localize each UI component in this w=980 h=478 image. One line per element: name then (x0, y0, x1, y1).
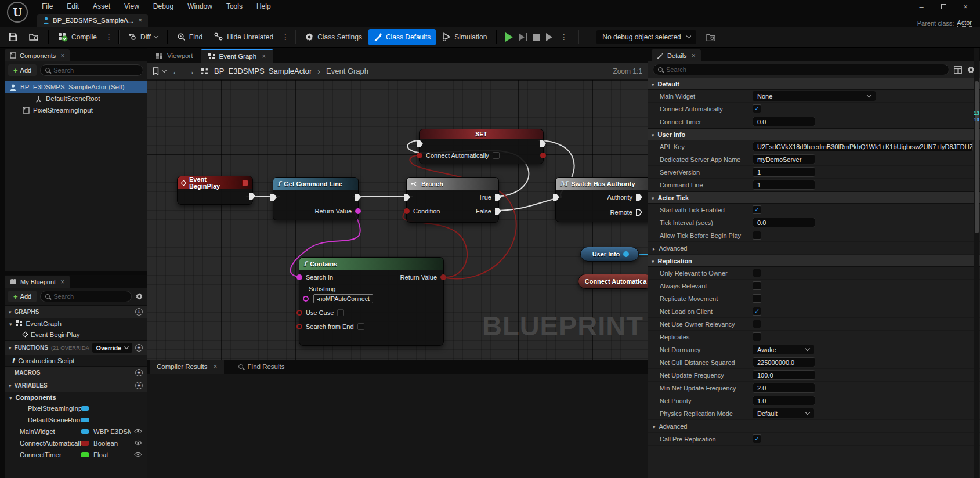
details-search-input[interactable]: Search (653, 64, 949, 75)
remote-exec-pin[interactable] (636, 209, 642, 216)
menu-debug[interactable]: Debug (147, 1, 179, 12)
property-dropdown[interactable]: Default (753, 408, 814, 418)
event-graph-canvas[interactable]: BLUEPRINT Event BeginPlay (147, 80, 648, 360)
property-checkbox[interactable] (753, 294, 761, 303)
bool-out-pin[interactable] (540, 153, 546, 158)
condition-pin[interactable] (404, 208, 410, 214)
debug-browse-button[interactable] (701, 29, 721, 45)
menu-tools[interactable]: Tools (220, 1, 248, 12)
skip-button[interactable] (546, 33, 552, 41)
close-icon[interactable]: × (60, 278, 64, 286)
construction-script-item[interactable]: f Construction Script (5, 355, 147, 366)
property-checkbox[interactable]: ✓ (753, 104, 761, 113)
exec-in-pin[interactable] (404, 194, 410, 201)
add-graph-icon[interactable]: + (135, 308, 143, 316)
class-defaults-button[interactable]: Class Defaults (368, 29, 436, 45)
event-beginplay-item[interactable]: Event BeginPlay (5, 329, 147, 340)
functions-section-header[interactable]: FUNCTIONS (21 OVERRIDABL Override + (5, 340, 147, 355)
details-section-header[interactable]: Default (648, 78, 980, 90)
use-case-pin[interactable] (296, 310, 302, 316)
variable-type-pill[interactable] (81, 406, 89, 411)
close-window-button[interactable]: × (957, 1, 974, 12)
compile-options-kebab-icon[interactable]: ⋮ (103, 32, 114, 41)
debug-object-dropdown[interactable]: No debug object selected (596, 30, 696, 44)
search-from-end-pin[interactable] (296, 324, 302, 329)
forward-arrow-icon[interactable]: → (186, 66, 195, 76)
browse-content-button[interactable] (24, 29, 44, 45)
variable-row[interactable]: DefaultSceneRoot (5, 414, 147, 426)
variable-row[interactable]: MainWidgetWBP E3DSM (5, 426, 147, 437)
hide-unrelated-button[interactable]: Hide Unrelated (209, 29, 279, 45)
add-macro-icon[interactable]: + (135, 369, 143, 376)
class-settings-button[interactable]: Class Settings (299, 29, 367, 45)
property-input[interactable]: 1 (753, 167, 815, 177)
search-in-pin[interactable] (296, 274, 302, 280)
node-switch-has-authority[interactable]: M Switch Has Authority Authority Remote (555, 177, 648, 222)
menu-edit[interactable]: Edit (61, 1, 85, 12)
stop-icon[interactable] (533, 34, 540, 41)
tab-viewport[interactable]: Viewport (149, 49, 200, 63)
property-checkbox[interactable] (753, 231, 761, 240)
variable-type-pill[interactable] (81, 418, 89, 422)
menu-view[interactable]: View (118, 1, 145, 12)
tree-row[interactable]: DefaultSceneRoot (5, 93, 147, 104)
close-icon[interactable]: × (60, 52, 64, 60)
variable-type-pill[interactable] (81, 441, 89, 446)
scrollbar-thumb[interactable] (975, 81, 979, 233)
bool-value-checkbox[interactable] (493, 152, 500, 159)
my-blueprint-search-input[interactable]: Search (40, 291, 132, 302)
authority-exec-pin[interactable] (636, 194, 642, 201)
substring-pin[interactable] (303, 296, 309, 302)
macros-section-header[interactable]: MACROS + (5, 366, 147, 379)
close-icon[interactable]: × (138, 16, 142, 24)
variable-type-pill[interactable] (81, 452, 89, 457)
details-subheader-row[interactable]: Advanced (648, 242, 980, 255)
hide-unrelated-kebab-icon[interactable]: ⋮ (280, 32, 291, 41)
return-bool-pin[interactable] (440, 274, 446, 280)
details-section-header[interactable]: Actor Tick (648, 191, 980, 204)
menu-window[interactable]: Window (182, 1, 218, 12)
property-input[interactable]: myDemoServer (753, 154, 815, 164)
tree-row[interactable]: BP_E3DSMPS_SampleActor (Self) (5, 81, 147, 93)
chevron-down-icon[interactable] (162, 68, 167, 73)
substring-input[interactable]: -noMPAutoConnect (313, 294, 373, 303)
play-options-kebab-icon[interactable]: ⋮ (558, 32, 569, 41)
property-input[interactable]: 225000000.0 (753, 357, 815, 367)
tab-details[interactable]: Details × (652, 49, 701, 61)
parent-class-link[interactable]: Actor (957, 19, 972, 27)
search-from-end-checkbox[interactable] (357, 323, 364, 330)
property-checkbox[interactable] (753, 269, 761, 277)
bool-in-pin[interactable] (417, 153, 422, 158)
close-icon[interactable]: × (262, 52, 266, 60)
tab-find-results[interactable]: Find Results (232, 360, 291, 374)
override-dropdown[interactable]: Override (92, 343, 132, 353)
node-branch[interactable]: Branch True Condition False (406, 177, 499, 223)
exec-in-pin[interactable] (553, 194, 559, 201)
tab-event-graph[interactable]: Event Graph × (201, 49, 273, 63)
visibility-eye-icon[interactable] (134, 428, 142, 435)
save-button[interactable] (3, 29, 23, 45)
variable-row[interactable]: PixelStreamingInput (5, 403, 147, 414)
details-subheader-row[interactable]: Advanced (648, 420, 980, 433)
property-input[interactable]: 1 (753, 180, 815, 190)
simulation-button[interactable]: Simulation (437, 29, 492, 45)
graphs-section-header[interactable]: GRAPHS + (5, 305, 147, 318)
details-section-header[interactable]: User Info (648, 128, 980, 140)
components-search-input[interactable]: Search (40, 64, 143, 76)
maximize-button[interactable] (935, 1, 952, 12)
tab-compiler-results[interactable]: Compiler Results × (150, 360, 224, 374)
node-set-connect-pill[interactable]: Connect Automatica (578, 274, 648, 289)
details-section-header[interactable]: Replication (648, 255, 980, 267)
property-input[interactable]: 0.0 (753, 218, 815, 227)
close-icon[interactable]: × (692, 52, 696, 60)
visibility-eye-icon[interactable] (134, 440, 142, 447)
property-input[interactable]: 1.0 (753, 396, 815, 405)
tree-row[interactable]: PixelStreamingInput (5, 104, 147, 116)
breadcrumb-root[interactable]: BP_E3DSMPS_SampleActor (214, 67, 312, 75)
eventgraph-item[interactable]: EventGraph (5, 318, 147, 329)
asset-tab[interactable]: BP_E3DSMPS_SampleA... × (37, 14, 148, 27)
variable-row[interactable]: ConnectAutomaticallyBoolean (5, 437, 147, 449)
compile-button[interactable]: Compile (53, 29, 102, 45)
property-checkbox[interactable]: ✓ (753, 205, 761, 214)
property-checkbox[interactable]: ✓ (753, 434, 761, 443)
